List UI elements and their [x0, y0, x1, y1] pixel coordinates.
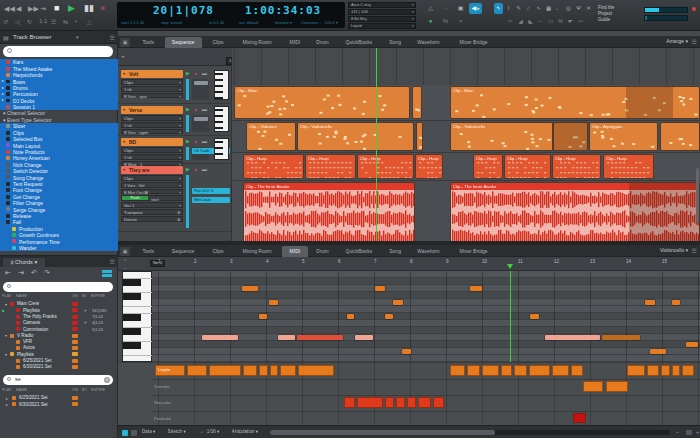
- metronome-icon[interactable]: △: [424, 3, 437, 14]
- track-param-row[interactable]: Clips▾: [121, 147, 183, 153]
- track-param-row[interactable]: Vari 1▾: [121, 202, 183, 208]
- bottom-option[interactable]: ♩ 1/16 ▾: [201, 429, 219, 434]
- filter-search-input[interactable]: se✕: [3, 375, 113, 385]
- tab-waveform[interactable]: Waveform: [410, 37, 447, 48]
- bottom-option[interactable]: Articulation ▾: [232, 429, 258, 434]
- tab-tools[interactable]: Tools: [134, 37, 163, 48]
- fade-in-icon[interactable]: ◢: [516, 16, 525, 27]
- midi-note[interactable]: [385, 314, 393, 319]
- keyswitch-chip[interactable]: Push: [122, 196, 148, 200]
- articulation-block[interactable]: [259, 365, 268, 376]
- track-param-row[interactable]: Clips▾: [121, 79, 183, 85]
- playhead-handle[interactable]: [507, 264, 513, 269]
- pane-target-label[interactable]: Violoncello ▾: [660, 247, 688, 253]
- arm-strip[interactable]: [186, 175, 189, 228]
- midi-note[interactable]: [402, 349, 411, 354]
- browser-title[interactable]: Track Browser: [13, 34, 51, 40]
- clip[interactable]: Clip - Harp: [473, 154, 503, 179]
- pane-target-label[interactable]: Arrange ▾: [666, 38, 688, 44]
- track-play-icon[interactable]: ▶: [186, 166, 190, 172]
- power-icon[interactable]: ●: [424, 16, 437, 27]
- knife-tool[interactable]: ∕: [524, 3, 533, 14]
- swap-icon[interactable]: ⇆: [63, 18, 68, 25]
- midi-note[interactable]: [645, 300, 655, 305]
- minus-icon[interactable]: ─: [536, 16, 545, 27]
- mic-tool[interactable]: Ψ: [574, 3, 583, 14]
- clip[interactable]: Clip - Harp: [552, 154, 601, 179]
- arm-strip[interactable]: [186, 115, 189, 132]
- delete-tool[interactable]: ✕: [584, 3, 593, 14]
- tab-waveform[interactable]: Waveform: [410, 246, 447, 257]
- articulation-block[interactable]: [552, 365, 569, 376]
- articulation-block[interactable]: [529, 365, 550, 376]
- midi-mode-icon[interactable]: [122, 430, 128, 436]
- display-sub_left[interactable]: start 1.1.1.00: [121, 20, 144, 25]
- articulation-block[interactable]: [418, 397, 431, 408]
- white-key[interactable]: [123, 335, 153, 342]
- articulation-block[interactable]: [573, 413, 586, 423]
- midi-note[interactable]: [242, 286, 258, 291]
- tab-sequence[interactable]: Sequence: [165, 246, 202, 257]
- time-display[interactable]: 20|1|0781:00:34:03start 1.1.1.00stop 'in…: [117, 2, 345, 28]
- articulation-block[interactable]: [187, 365, 207, 376]
- mini-keyboard[interactable]: [214, 138, 229, 160]
- tab-sequence[interactable]: Sequence: [165, 37, 202, 48]
- track-record-icon[interactable]: ●: [194, 106, 197, 112]
- fold-up-icon[interactable]: ⌃: [123, 259, 127, 263]
- editor-ruler[interactable]: ⌃⌄No. 2123456789101112131415: [118, 257, 700, 271]
- articulation-block[interactable]: [298, 365, 334, 376]
- articulation-block[interactable]: [514, 365, 527, 376]
- midi-note[interactable]: [269, 300, 278, 305]
- note-grid[interactable]: [152, 271, 700, 362]
- clip[interactable]: Clip - Violoncello: [297, 122, 414, 151]
- clip[interactable]: [553, 122, 588, 151]
- go-start-icon[interactable]: ⇤: [5, 269, 11, 277]
- result-row[interactable]: ▸6/30/2021 Set: [0, 401, 118, 407]
- tab-drum[interactable]: Drum: [310, 246, 336, 257]
- tab-mixing-room[interactable]: Mixing Room: [234, 37, 280, 48]
- white-key[interactable]: [123, 321, 153, 328]
- tab-song[interactable]: Song: [382, 37, 408, 48]
- volume-fader[interactable]: [192, 79, 209, 100]
- black-key[interactable]: [123, 328, 141, 335]
- device-chip[interactable]: MiniCoast: [192, 197, 230, 203]
- track-param-row[interactable]: Clips▾: [121, 115, 183, 121]
- articulation-block[interactable]: [583, 381, 603, 392]
- bottom-option[interactable]: Stretch ▾: [168, 429, 186, 434]
- display-sub_right2[interactable]: Container ♩ 120.0 ▾: [301, 20, 338, 25]
- track-record-icon[interactable]: ●: [194, 70, 197, 76]
- tab-midi[interactable]: MIDI: [282, 246, 308, 257]
- track-param-row[interactable]: Pushstart: [121, 195, 183, 201]
- volume-fader[interactable]: [192, 115, 209, 132]
- clip[interactable]: Clip - Harp: [603, 154, 654, 179]
- hand-icon[interactable]: ☛: [566, 16, 575, 27]
- arm-strip[interactable]: [186, 147, 189, 160]
- track-record-icon[interactable]: ●: [194, 138, 197, 144]
- articulation-block[interactable]: [433, 397, 444, 408]
- midi-note[interactable]: [530, 314, 539, 319]
- track-param-row[interactable]: 1 trk▾: [121, 122, 183, 128]
- midi-note[interactable]: [470, 286, 482, 291]
- chords-search-input[interactable]: [3, 282, 113, 292]
- skip-button[interactable]: ⇥: [40, 5, 46, 13]
- redo-icon[interactable]: ↻: [27, 18, 32, 25]
- h-scrollbar[interactable]: [270, 430, 670, 435]
- dot-icon[interactable]: •: [75, 18, 77, 24]
- track-param-row[interactable]: Detune0: [121, 216, 183, 222]
- black-key[interactable]: [123, 279, 141, 286]
- midi-note[interactable]: [202, 335, 238, 340]
- clip[interactable]: Clip - Arpeggios: [589, 122, 658, 151]
- track-play-icon[interactable]: ▶: [186, 70, 190, 76]
- dim-icon[interactable]: ▪: [454, 16, 467, 27]
- track-param-row[interactable]: B Vars - spar▾: [121, 93, 183, 99]
- white-key[interactable]: [123, 349, 153, 356]
- step-back-icon[interactable]: ◁: [15, 18, 20, 25]
- play-icon[interactable]: ▶: [2, 308, 5, 313]
- scrollbar-thumb[interactable]: [270, 430, 495, 435]
- search-input[interactable]: [3, 46, 113, 57]
- tab-quickbooks[interactable]: QuickBooks: [337, 246, 380, 257]
- articulation-block[interactable]: [672, 365, 680, 376]
- display-sub_mid2[interactable]: out 'default': [239, 20, 259, 25]
- zoom-out-icon[interactable]: −: [676, 429, 680, 435]
- tab-mixer-bridge[interactable]: Mixer Bridge: [449, 37, 498, 48]
